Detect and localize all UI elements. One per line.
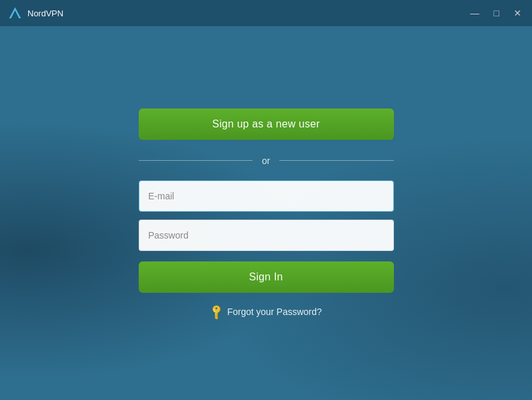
title-bar-left: NordVPN bbox=[8, 6, 63, 20]
title-bar: NordVPN — □ ✕ bbox=[0, 0, 532, 26]
forgot-password-label: Forgot your Password? bbox=[227, 307, 322, 317]
divider-line-right bbox=[279, 160, 394, 161]
minimize-button[interactable]: — bbox=[468, 7, 482, 19]
window-controls: — □ ✕ bbox=[468, 7, 524, 19]
close-button[interactable]: ✕ bbox=[511, 7, 524, 19]
maximize-button[interactable]: □ bbox=[491, 7, 502, 19]
forgot-password-link[interactable]: 🔑 Forgot your Password? bbox=[210, 306, 322, 318]
login-form: Sign up as a new user or Sign In 🔑 Forgo… bbox=[135, 108, 397, 318]
email-input[interactable] bbox=[139, 180, 394, 212]
password-input[interactable] bbox=[139, 220, 394, 251]
signup-button[interactable]: Sign up as a new user bbox=[139, 108, 394, 140]
signin-button[interactable]: Sign In bbox=[139, 261, 394, 293]
key-icon: 🔑 bbox=[207, 303, 226, 321]
app-title: NordVPN bbox=[27, 8, 63, 18]
nordvpn-logo-icon bbox=[8, 6, 22, 20]
divider-text: or bbox=[253, 156, 279, 166]
main-content: Sign up as a new user or Sign In 🔑 Forgo… bbox=[0, 26, 532, 400]
divider: or bbox=[139, 156, 394, 166]
divider-line-left bbox=[139, 160, 253, 161]
